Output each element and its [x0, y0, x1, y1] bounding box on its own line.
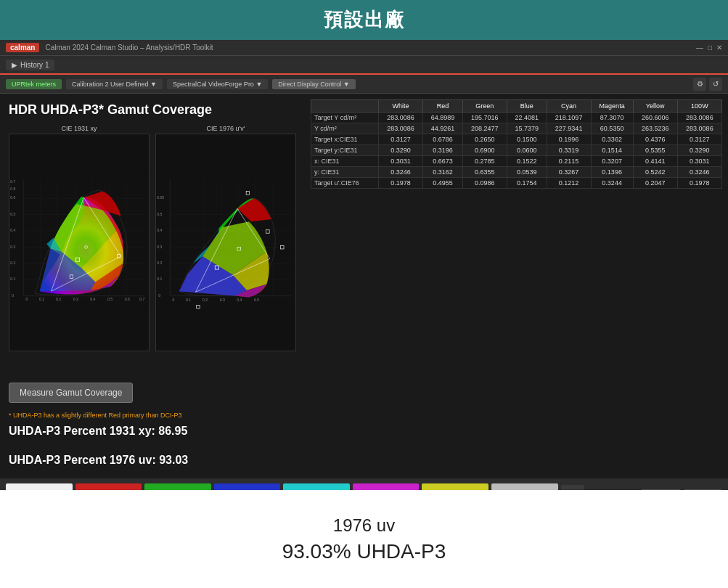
cie1931-chart: 0 0.1 0.2 0.3 0.4 0.5 0.6 0.7 0 0.1 0.2 … [9, 134, 150, 351]
table-row: Target y:CIE310.32900.31960.69000.06000.… [311, 145, 722, 156]
cell-value: 0.3290 [379, 145, 423, 156]
uprtek-button[interactable]: UPRtek meters [6, 79, 62, 89]
back-button[interactable]: ◀ Back [641, 489, 681, 491]
cell-value: 0.2115 [547, 156, 591, 167]
cell-value: 0.1396 [591, 167, 633, 178]
gamut-title: HDR UHDA-P3* Gamut Coverage [9, 102, 296, 118]
svg-text:0.3: 0.3 [10, 245, 15, 249]
svg-text:0.55: 0.55 [157, 195, 164, 200]
table-row: Target x:CIE310.31270.67860.26500.15000.… [311, 134, 722, 145]
svg-text:0.2: 0.2 [56, 297, 61, 301]
svg-text:0.4: 0.4 [237, 298, 242, 302]
cell-value: 0.3267 [547, 167, 591, 178]
settings-icon[interactable]: ⚙ [693, 78, 706, 91]
svg-text:0.3: 0.3 [73, 297, 78, 301]
cell-value: 0.5242 [633, 167, 677, 178]
cell-value: 0.3162 [423, 167, 463, 178]
svg-text:0.6: 0.6 [125, 297, 130, 301]
maximize-icon[interactable]: □ [708, 44, 712, 52]
app-title-text: Calman 2024 Calman Studio – Analysis/HDR… [45, 44, 213, 52]
swatch-green[interactable]: Green [144, 483, 211, 490]
cell-value: 0.5355 [633, 145, 677, 156]
svg-text:0.6: 0.6 [10, 195, 15, 200]
cell-value: 0.3031 [677, 156, 721, 167]
svg-text:0.1: 0.1 [10, 277, 15, 281]
col-header-green: Green [462, 100, 507, 113]
row-label: x: CIE31 [311, 156, 379, 167]
swatch-red[interactable]: Red [75, 483, 142, 490]
swatch-white[interactable]: White [6, 483, 73, 490]
svg-text:0.3: 0.3 [157, 245, 162, 249]
cell-value: 263.5236 [633, 123, 677, 134]
cell-value: 0.2047 [633, 178, 677, 189]
spectralcal-button[interactable]: SpectralCal VideoForge Pro ▼ [167, 79, 268, 89]
cell-value: 0.3031 [379, 156, 423, 167]
cie1976-chart-wrapper: CIE 1976 u'v' [155, 125, 296, 375]
cie1931-chart-wrapper: CIE 1931 xy [9, 125, 150, 375]
stat-line-2: UHDA-P3 Percent 1976 uv: 93.03 [9, 454, 296, 467]
next-button[interactable]: Next ▶ [684, 489, 722, 491]
close-icon[interactable]: ✕ [716, 44, 722, 52]
cell-value: 22.4081 [507, 113, 547, 123]
nav-controls: ◀ ▶ ↺ ⚙ ◀ Back Next ▶ [561, 485, 722, 490]
cell-value: 0.4141 [633, 156, 677, 167]
row-label: Target x:CIE31 [311, 134, 379, 145]
col-header-100w: 100W [677, 100, 721, 113]
bottom-label-1: 1976 uv [333, 515, 395, 536]
svg-text:0: 0 [12, 293, 14, 298]
window-controls: — □ ✕ [696, 44, 722, 52]
cell-value: 227.9341 [547, 123, 591, 134]
measure-gamut-button[interactable]: Measure Gamut Coverage [9, 383, 133, 403]
cie1931-svg: 0 0.1 0.2 0.3 0.4 0.5 0.6 0.7 0 0.1 0.2 … [9, 134, 149, 351]
footnote-highlight: slightly different Red primary [62, 412, 144, 419]
toolbar-row: ▶ History 1 [0, 56, 728, 75]
swatch-100w[interactable]: 100W [491, 483, 558, 490]
cell-value: 0.1978 [677, 178, 721, 189]
col-header-white: White [379, 100, 423, 113]
play-icon: ▶ [12, 61, 17, 69]
cell-value: 283.0086 [379, 123, 423, 134]
cell-value: 208.2477 [462, 123, 507, 134]
cell-value: 0.4376 [633, 134, 677, 145]
col-header-magenta: Magenta [591, 100, 633, 113]
cell-value: 0.1514 [591, 145, 633, 156]
row-label: y: CIE31 [311, 167, 379, 178]
cell-value: 0.6355 [462, 167, 507, 178]
table-row: y: CIE310.32460.31620.63550.05390.32670.… [311, 167, 722, 178]
svg-text:0.8: 0.8 [10, 187, 15, 191]
svg-text:0.3: 0.3 [220, 298, 225, 302]
calibration-button[interactable]: Calibration 2 User Defined ▼ [66, 79, 163, 89]
svg-text:0.1: 0.1 [157, 277, 162, 281]
cell-value: 0.0986 [462, 178, 507, 189]
svg-text:0.5: 0.5 [10, 212, 15, 216]
refresh-icon[interactable]: ↺ [709, 78, 722, 91]
svg-text:0.5: 0.5 [254, 298, 259, 302]
minimize-icon[interactable]: — [696, 44, 703, 52]
swatch-magenta[interactable]: Magenta [353, 483, 420, 490]
swatch-blue[interactable]: Blue [214, 483, 281, 490]
main-content: HDR UHDA-P3* Gamut Coverage CIE 1931 xy [0, 94, 728, 478]
cell-value: 15.7379 [507, 123, 547, 134]
svg-text:0.2: 0.2 [203, 298, 208, 302]
cie1976-svg: 0 0.1 0.2 0.3 0.4 0.5 0 0.1 0.2 0.3 0.4 … [156, 134, 295, 351]
display-control-button[interactable]: Direct Display Control ▼ [272, 79, 355, 89]
page-title: 預設出廠 [324, 7, 405, 33]
history-button[interactable]: ▶ History 1 [6, 60, 54, 70]
svg-text:0: 0 [25, 297, 28, 301]
svg-text:0.1: 0.1 [186, 298, 191, 302]
cell-value: 283.0086 [677, 113, 721, 123]
right-panel: White Red Green Blue Cyan Magenta Yellow… [305, 94, 728, 478]
cell-value: 195.7016 [462, 113, 507, 123]
svg-text:0.2: 0.2 [10, 261, 15, 265]
swatches-row: White Red Green Blue Cyan Magenta Yellow… [0, 478, 728, 490]
cell-value: 0.4955 [423, 178, 463, 189]
app-logo: calman [6, 43, 39, 52]
swatch-cyan[interactable]: Cyan [283, 483, 350, 490]
col-header-cyan: Cyan [547, 100, 591, 113]
cell-value: 0.3127 [677, 134, 721, 145]
footnote-text: * UHDA-P3 has a slightly different Red p… [9, 412, 296, 419]
cie1976-chart: 0 0.1 0.2 0.3 0.4 0.5 0 0.1 0.2 0.3 0.4 … [155, 134, 296, 351]
cell-value: 0.0600 [507, 145, 547, 156]
left-bottom: Measure Gamut Coverage * UHDA-P3 has a s… [9, 383, 296, 470]
swatch-yellow[interactable]: Yellow [422, 483, 488, 490]
